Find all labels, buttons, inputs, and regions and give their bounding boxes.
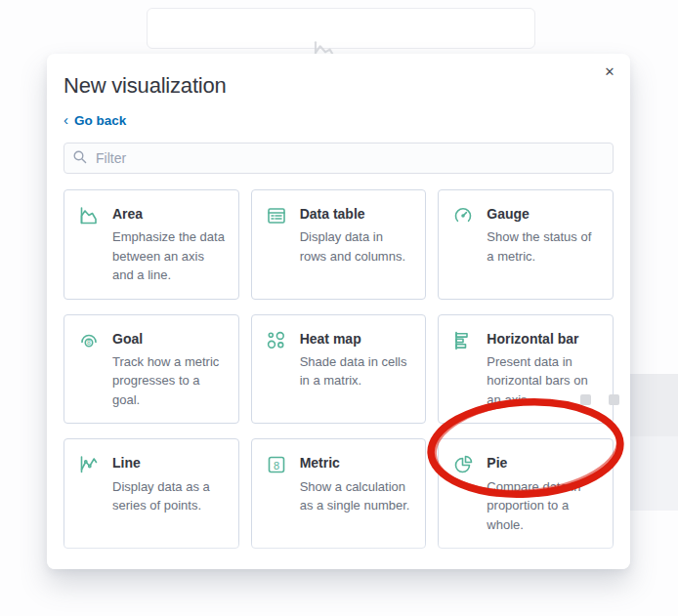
visualization-card-data-table[interactable]: Data table Display data in rows and colu… — [251, 189, 427, 300]
chevron-left-icon: ‹ — [64, 112, 68, 127]
visualization-card-horizontal-bar[interactable]: Horizontal bar Present data in horizonta… — [438, 314, 614, 425]
area-icon — [77, 204, 101, 227]
card-title: Line — [112, 455, 141, 471]
card-description: Show the status of a metric. — [487, 227, 600, 266]
background-ghost-block — [630, 436, 678, 511]
visualization-card-gauge[interactable]: Gauge Show the status of a metric. — [438, 189, 614, 300]
card-title: Pie — [487, 455, 507, 471]
go-back-label: Go back — [74, 113, 126, 128]
card-title: Data table — [300, 206, 365, 222]
metric-icon: 8 — [265, 453, 288, 476]
card-description: Shade data in cells in a matrix. — [300, 352, 413, 390]
pie-icon — [451, 453, 475, 476]
visualization-grid: Area Emphasize the data between an axis … — [64, 189, 614, 569]
visualization-card-tag-cloud[interactable]: Tag cloud Display word frequency with fo… — [64, 563, 239, 569]
visualization-card-line[interactable]: Line Display data as a series of points. — [64, 438, 239, 549]
card-title: Goal — [112, 331, 143, 347]
card-description: Compare data in proportion to a whole. — [487, 477, 600, 535]
card-description: Emphasize the data between an axis and a… — [112, 227, 226, 285]
visualization-card-pie[interactable]: Pie Compare data in proportion to a whol… — [438, 438, 614, 549]
svg-text:8: 8 — [87, 339, 91, 346]
horizontal-bar-icon — [451, 329, 475, 352]
card-title: Area — [112, 206, 143, 222]
card-description: Show a calculation as a single number. — [300, 477, 413, 515]
card-title: Horizontal bar — [487, 331, 578, 347]
page-title: New visualization — [64, 73, 614, 99]
goal-icon: 8 — [77, 329, 101, 352]
filter-field-wrapper — [64, 143, 614, 174]
new-visualization-modal: ✕ New visualization ‹ Go back Area Empha… — [47, 54, 630, 569]
line-icon — [77, 453, 101, 476]
visualization-card-metric[interactable]: 8 Metric Show a calculation as a single … — [251, 438, 427, 549]
go-back-link[interactable]: ‹ Go back — [64, 113, 126, 128]
background-artifact-square — [609, 394, 619, 405]
card-title: Gauge — [487, 206, 530, 222]
card-description: Track how a metric progresses to a goal. — [112, 352, 226, 410]
card-title: Heat map — [300, 331, 361, 347]
svg-text:8: 8 — [274, 460, 279, 472]
card-description: Display data in rows and columns. — [300, 227, 413, 266]
visualization-card-vertical-bar[interactable]: Vertical bar Present data in vertical ba… — [438, 563, 614, 569]
background-ghost-block — [630, 374, 678, 436]
background-artifact-square — [580, 394, 591, 405]
card-title: Metric — [300, 455, 340, 471]
visualization-card-goal[interactable]: 8 Goal Track how a metric progresses to … — [64, 314, 239, 425]
visualization-card-heat-map[interactable]: Heat map Shade data in cells in a matrix… — [251, 314, 427, 425]
card-description: Display data as a series of points. — [112, 477, 226, 515]
visualization-card-area[interactable]: Area Emphasize the data between an axis … — [64, 189, 239, 300]
heat-map-icon — [265, 329, 288, 352]
visualization-card-timelion[interactable]: Timelion Show time series data on a grap… — [251, 563, 427, 569]
close-icon[interactable]: ✕ — [599, 62, 620, 83]
data-table-icon — [265, 204, 288, 227]
gauge-icon — [451, 204, 475, 227]
filter-input[interactable] — [64, 143, 614, 174]
